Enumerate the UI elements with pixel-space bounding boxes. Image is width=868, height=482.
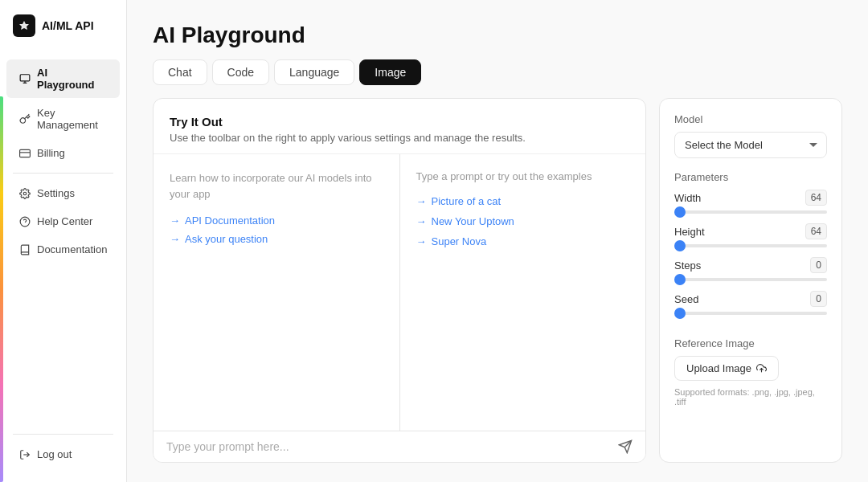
left-panel: Try It Out Use the toolbar on the right … (153, 98, 646, 463)
svg-rect-3 (20, 149, 31, 157)
tab-code[interactable]: Code (212, 59, 269, 85)
sidebar-item-help-center[interactable]: Help Center (6, 208, 120, 235)
sidebar-nav: AI Playground Key Management Billing Set… (0, 51, 126, 421)
content-area: Learn how to incorporate our AI models i… (154, 154, 645, 431)
sidebar-item-billing[interactable]: Billing (6, 140, 120, 166)
tab-chat[interactable]: Chat (153, 59, 207, 85)
sidebar-divider (13, 173, 113, 174)
try-it-out-heading: Try It Out (170, 115, 629, 129)
logo-icon (13, 14, 35, 37)
upload-icon (756, 363, 767, 374)
height-slider[interactable] (674, 244, 827, 247)
param-steps: Steps 0 (674, 257, 827, 281)
docs-pane: Learn how to incorporate our AI models i… (154, 154, 400, 431)
sidebar-bottom-divider (13, 434, 113, 435)
parameters-label: Parameters (674, 171, 827, 183)
monitor-icon (19, 73, 31, 84)
sidebar-item-logout[interactable]: Log out (6, 441, 120, 468)
arrow-icon-4: → (416, 215, 427, 227)
examples-hint: Type a prompt or try out the examples (416, 170, 630, 182)
prompt-bar (154, 431, 645, 462)
sidebar-logo: AI/ML API (0, 0, 126, 51)
param-seed: Seed 0 (674, 291, 827, 315)
tab-bar: Chat Code Language Image (153, 59, 842, 85)
settings-icon (19, 188, 31, 199)
examples-pane: Type a prompt or try out the examples → … (400, 154, 646, 431)
sidebar-bottom: Log out (0, 421, 126, 482)
sidebar-item-key-management[interactable]: Key Management (6, 100, 120, 138)
svg-rect-0 (20, 75, 30, 81)
model-select[interactable]: Select the Model (674, 132, 827, 158)
credit-card-icon (19, 148, 31, 159)
try-it-out-description: Use the toolbar on the right to apply va… (170, 132, 629, 144)
send-icon (618, 439, 633, 454)
parameters-section: Parameters Width 64 Height 64 (674, 171, 827, 325)
book-icon (19, 244, 31, 255)
page-title: AI Playground (153, 22, 842, 48)
param-width: Width 64 (674, 190, 827, 214)
arrow-icon-2: → (170, 233, 180, 245)
seed-slider[interactable] (674, 312, 827, 315)
reference-image-section: Reference Image Upload Image Supported f… (674, 337, 827, 406)
api-doc-link[interactable]: → API Documentation (170, 214, 383, 227)
supported-formats: Supported formats: .png, .jpg, .jpeg, .t… (674, 387, 827, 406)
key-icon (19, 113, 31, 125)
main-header: AI Playground Chat Code Language Image (127, 0, 868, 98)
sidebar: AI/ML API AI Playground Key Management B… (0, 0, 127, 482)
ask-question-link[interactable]: → Ask your question (170, 233, 383, 245)
sidebar-item-settings[interactable]: Settings (6, 180, 120, 206)
settings-panel: Model Select the Model Parameters Width … (659, 98, 842, 463)
send-button[interactable] (618, 439, 633, 454)
steps-slider[interactable] (674, 278, 827, 281)
prompt-input[interactable] (166, 440, 612, 453)
logout-icon (19, 449, 31, 460)
reference-image-label: Reference Image (674, 337, 827, 349)
main-body: Try It Out Use the toolbar on the right … (127, 98, 868, 482)
try-it-out-header: Try It Out Use the toolbar on the right … (154, 99, 645, 154)
svg-point-5 (23, 192, 27, 195)
height-value: 64 (805, 223, 827, 239)
main-content: AI Playground Chat Code Language Image T… (127, 0, 868, 482)
arrow-icon-3: → (416, 195, 427, 207)
model-label: Model (674, 113, 827, 125)
width-slider[interactable] (674, 210, 827, 214)
arrow-icon-5: → (416, 235, 427, 247)
width-value: 64 (805, 190, 827, 206)
example-link-2[interactable]: → Super Nova (416, 235, 630, 247)
upload-image-button[interactable]: Upload Image (674, 356, 779, 381)
sidebar-item-ai-playground[interactable]: AI Playground (6, 59, 120, 98)
example-link-1[interactable]: → New Your Uptown (416, 215, 630, 227)
arrow-icon: → (170, 214, 180, 227)
tab-language[interactable]: Language (274, 59, 354, 85)
help-circle-icon (19, 216, 31, 227)
param-height: Height 64 (674, 223, 827, 247)
tab-image[interactable]: Image (359, 59, 421, 85)
example-link-0[interactable]: → Picture of a cat (416, 195, 630, 207)
sidebar-item-documentation[interactable]: Documentation (6, 236, 120, 263)
model-section: Model Select the Model (674, 113, 827, 158)
docs-hint: Learn how to incorporate our AI models i… (170, 170, 383, 202)
steps-value: 0 (810, 257, 827, 273)
sidebar-gradient (0, 96, 3, 482)
seed-value: 0 (810, 291, 827, 307)
